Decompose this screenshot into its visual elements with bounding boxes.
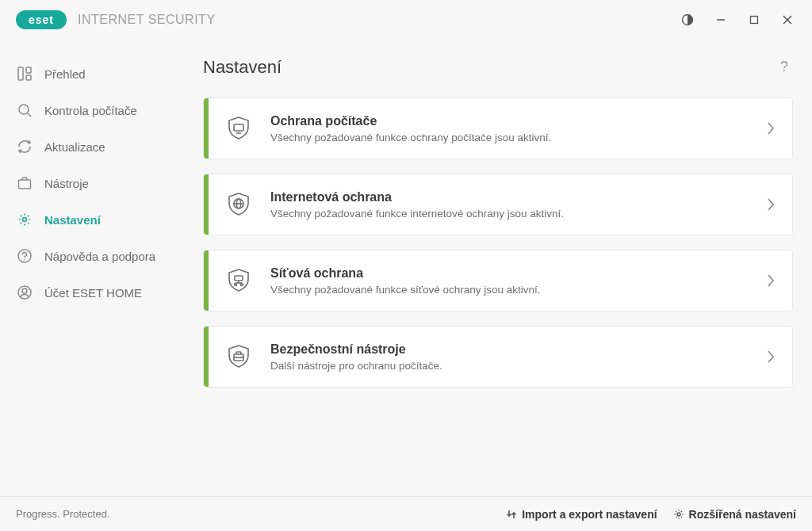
- sidebar-item-overview[interactable]: Přehled: [0, 55, 198, 92]
- card-computer-protection[interactable]: Ochrana počítače Všechny požadované funk…: [203, 97, 793, 159]
- sidebar-item-label: Nástroje: [44, 177, 89, 190]
- svg-text:eset: eset: [29, 13, 54, 26]
- svg-rect-9: [26, 75, 31, 80]
- svg-point-15: [24, 259, 25, 261]
- card-desc: Všechny požadované funkce ochrany počíta…: [270, 132, 551, 143]
- import-export-label: Import a export nastavení: [522, 508, 657, 521]
- svg-rect-12: [19, 180, 31, 189]
- sidebar-item-update[interactable]: Aktualizace: [0, 128, 198, 165]
- card-title: Ochrana počítače: [270, 114, 551, 128]
- card-network-protection[interactable]: Síťová ochrana Všechny požadované funkce…: [203, 250, 793, 311]
- chevron-right-icon: [765, 272, 776, 289]
- contrast-toggle[interactable]: [671, 7, 704, 32]
- gear-icon: [673, 509, 684, 520]
- svg-point-14: [18, 250, 31, 262]
- svg-rect-23: [235, 276, 243, 281]
- window-minimize[interactable]: [704, 7, 737, 32]
- briefcase-icon: [16, 174, 33, 192]
- sidebar-item-scan[interactable]: Kontrola počítače: [0, 92, 198, 128]
- svg-rect-8: [26, 67, 31, 73]
- card-text: Internetová ochrana Všechny požadované f…: [270, 190, 564, 220]
- shield-toolbox-icon: [223, 341, 255, 372]
- dashboard-icon: [16, 65, 33, 82]
- svg-point-13: [23, 218, 27, 222]
- titlebar: eset INTERNET SECURITY: [0, 0, 812, 40]
- advanced-settings-link[interactable]: Rozšířená nastavení: [673, 508, 796, 521]
- sidebar-item-label: Nastavení: [44, 213, 101, 227]
- shield-globe-icon: [223, 189, 255, 220]
- card-desc: Další nástroje pro ochranu počítače.: [270, 360, 442, 372]
- status-indicator: [204, 250, 209, 311]
- card-text: Ochrana počítače Všechny požadované funk…: [270, 114, 551, 143]
- brand: eset INTERNET SECURITY: [16, 10, 216, 29]
- card-desc: Všechny požadované funkce síťové ochrany…: [270, 284, 541, 296]
- sidebar-item-settings[interactable]: Nastavení: [0, 201, 198, 238]
- status-indicator: [204, 174, 209, 235]
- gear-icon: [16, 211, 33, 228]
- shield-network-icon: [223, 265, 255, 296]
- svg-rect-7: [18, 67, 23, 80]
- card-security-tools[interactable]: Bezpečnostní nástroje Další nástroje pro…: [203, 326, 793, 388]
- chevron-right-icon: [765, 120, 776, 137]
- import-export-link[interactable]: Import a export nastavení: [506, 508, 657, 521]
- chevron-right-icon: [765, 196, 776, 213]
- sidebar-item-tools[interactable]: Nástroje: [0, 165, 198, 201]
- card-text: Síťová ochrana Všechny požadované funkce…: [270, 266, 541, 296]
- sidebar-item-label: Kontrola počítače: [44, 104, 137, 117]
- window-close[interactable]: [771, 7, 804, 32]
- card-internet-protection[interactable]: Internetová ochrana Všechny požadované f…: [203, 174, 793, 235]
- brand-logo: eset: [16, 10, 67, 29]
- help-circle-icon: [16, 247, 33, 265]
- svg-point-26: [241, 284, 243, 286]
- card-desc: Všechny požadované funkce internetové oc…: [270, 208, 564, 220]
- brand-product: INTERNET SECURITY: [78, 13, 216, 27]
- sidebar-item-label: Nápověda a podpora: [44, 250, 155, 263]
- help-button[interactable]: ?: [776, 55, 793, 78]
- refresh-icon: [16, 138, 33, 155]
- card-title: Internetová ochrana: [270, 190, 564, 204]
- app-window: eset INTERNET SECURITY Přehled: [0, 0, 812, 531]
- user-circle-icon: [16, 284, 33, 301]
- svg-point-10: [19, 105, 29, 114]
- body: Přehled Kontrola počítače Aktualizace Ná…: [0, 40, 812, 496]
- import-export-icon: [506, 509, 517, 520]
- svg-point-32: [677, 513, 680, 516]
- sidebar-item-account[interactable]: Účet ESET HOME: [0, 274, 198, 311]
- sidebar-item-label: Přehled: [44, 67, 86, 81]
- svg-rect-18: [234, 124, 243, 131]
- sidebar-item-help[interactable]: Nápověda a podpora: [0, 238, 198, 274]
- window-maximize[interactable]: [737, 7, 771, 32]
- footer: Progress. Protected. Import a export nas…: [0, 496, 812, 531]
- sidebar-item-label: Aktualizace: [44, 140, 105, 154]
- advanced-settings-label: Rozšířená nastavení: [689, 508, 796, 521]
- card-text: Bezpečnostní nástroje Další nástroje pro…: [270, 342, 442, 372]
- sidebar: Přehled Kontrola počítače Aktualizace Ná…: [0, 40, 198, 496]
- content: Nastavení ? Ochrana počítače Všechny pož…: [198, 40, 812, 496]
- svg-rect-4: [751, 17, 758, 24]
- card-title: Síťová ochrana: [270, 266, 541, 281]
- status-indicator: [204, 327, 209, 387]
- shield-monitor-icon: [223, 113, 255, 144]
- page-title: Nastavení: [203, 57, 282, 78]
- svg-point-25: [235, 284, 237, 286]
- svg-point-17: [22, 288, 27, 293]
- content-header: Nastavení ?: [203, 55, 793, 78]
- tagline: Progress. Protected.: [16, 508, 110, 520]
- chevron-right-icon: [765, 348, 776, 365]
- svg-line-11: [28, 113, 31, 117]
- search-icon: [16, 101, 33, 119]
- card-title: Bezpečnostní nástroje: [270, 342, 442, 357]
- status-indicator: [204, 98, 209, 159]
- sidebar-item-label: Účet ESET HOME: [44, 286, 142, 300]
